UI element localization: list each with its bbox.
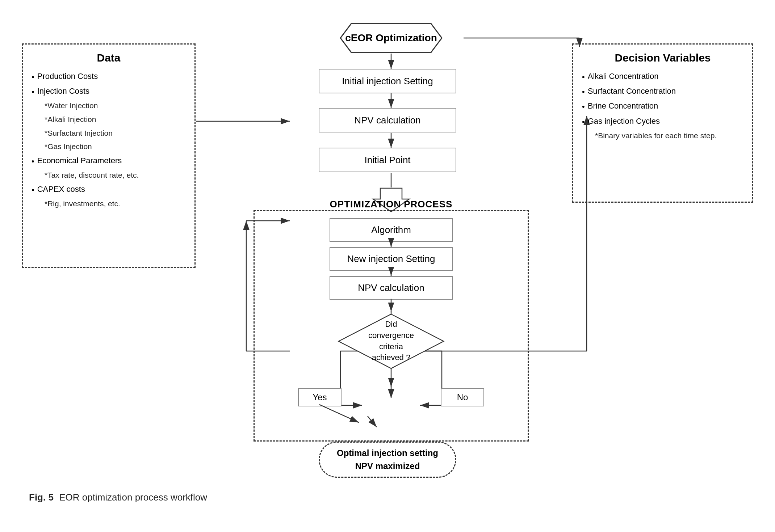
data-item-capex: • CAPEX costs: [32, 183, 186, 196]
data-item-economical: • Economical Parameters: [32, 154, 186, 168]
data-capex-label: CAPEX costs: [37, 183, 85, 195]
caption-text: EOR optimization process workflow: [59, 492, 207, 503]
data-injection-surfactant: *Surfactant Injection: [32, 127, 186, 139]
gas-injection-label: *Gas Injection: [32, 140, 92, 153]
data-injection-water: *Water Injection: [32, 100, 186, 112]
water-injection-label: *Water Injection: [32, 100, 98, 112]
data-box-list: • Production Costs • Injection Costs *Wa…: [32, 70, 186, 210]
capex-sub-label: *Rig, investments, etc.: [32, 198, 120, 210]
algorithm-box: Algorithm: [330, 218, 453, 242]
data-injection-gas: *Gas Injection: [32, 140, 186, 153]
bullet-dv-2: •: [582, 85, 585, 98]
decision-box-title: Decision Variables: [582, 52, 743, 64]
bullet-dv-1: •: [582, 71, 585, 83]
npv-calc-2-label: NPV calculation: [358, 282, 424, 294]
no-box: No: [441, 388, 484, 406]
yes-box: Yes: [298, 388, 342, 406]
initial-point-box: Initial Point: [319, 148, 456, 172]
npv-calc-1-label: NPV calculation: [354, 115, 421, 126]
bullet-dv-4: •: [582, 115, 585, 128]
data-economical-sub: *Tax rate, discount rate, etc.: [32, 169, 186, 181]
optimal-result-ellipse: Optimal injection setting NPV maximized: [319, 442, 456, 478]
opt-process-label: OPTIMIZATION PROCESS: [330, 199, 453, 210]
data-capex-sub: *Rig, investments, etc.: [32, 198, 186, 210]
yes-label: Yes: [313, 392, 327, 402]
brine-conc-label: Brine Concentration: [588, 100, 658, 112]
decision-box-list: • Alkali Concentration • Surfactant Conc…: [582, 70, 743, 142]
data-injection-alkali: *Alkali Injection: [32, 113, 186, 126]
alkali-conc-label: Alkali Concentration: [588, 70, 659, 83]
optimization-process-box: OPTIMIZATION PROCESS Algorithm New injec…: [254, 210, 529, 442]
gas-cycles-label: Gas injection Cycles: [588, 115, 660, 127]
data-box-title: Data: [32, 52, 186, 64]
optimal-label: Optimal injection setting NPV maximized: [337, 447, 438, 473]
decision-gas-sub: *Binary variables for each time step.: [582, 130, 743, 142]
data-production-label: Production Costs: [37, 70, 98, 83]
initial-injection-box: Initial injection Setting: [319, 69, 456, 93]
bullet-icon-4: •: [32, 183, 34, 196]
svg-marker-26: [340, 24, 442, 52]
data-item-production: • Production Costs: [32, 70, 186, 83]
diagram-container: cEOR Optimization Initial injection Sett…: [14, 14, 761, 514]
surfactant-conc-label: Surfactant Concentration: [588, 85, 676, 97]
new-injection-label: New injection Setting: [347, 253, 435, 265]
alkali-injection-label: *Alkali Injection: [32, 113, 96, 126]
bullet-icon: •: [32, 71, 34, 83]
convergence-diamond: Did convergence criteria achieved ?: [337, 312, 445, 370]
decision-brine: • Brine Concentration: [582, 100, 743, 113]
data-item-injection: • Injection Costs: [32, 85, 186, 98]
convergence-label: Did convergence criteria achieved ?: [364, 319, 418, 363]
new-injection-box: New injection Setting: [330, 247, 453, 271]
svg-line-33: [319, 405, 359, 423]
bullet-icon-3: •: [32, 155, 34, 168]
decision-box: Decision Variables • Alkali Concentratio…: [572, 43, 753, 203]
decision-surfactant: • Surfactant Concentration: [582, 85, 743, 98]
decision-gas: • Gas injection Cycles: [582, 115, 743, 128]
surfactant-injection-label: *Surfactant Injection: [32, 127, 113, 139]
npv-calc-2-box: NPV calculation: [330, 276, 453, 300]
data-injection-label: Injection Costs: [37, 85, 89, 97]
decision-alkali: • Alkali Concentration: [582, 70, 743, 83]
no-label: No: [457, 392, 468, 402]
algorithm-label: Algorithm: [371, 224, 411, 236]
data-economical-label: Economical Parameters: [37, 154, 122, 167]
ceor-box: cEOR Optimization: [330, 22, 453, 54]
data-box: Data • Production Costs • Injection Cost…: [22, 43, 196, 268]
fig-label: Fig. 5: [29, 492, 54, 503]
bullet-icon-2: •: [32, 85, 34, 98]
npv-calc-1-box: NPV calculation: [319, 108, 456, 132]
initial-point-label: Initial Point: [364, 155, 410, 166]
caption: Fig. 5 EOR optimization process workflow: [29, 492, 207, 503]
economical-sub-label: *Tax rate, discount rate, etc.: [32, 169, 139, 181]
bullet-dv-3: •: [582, 100, 585, 113]
initial-injection-label: Initial injection Setting: [342, 76, 433, 87]
gas-cycles-sub-label: *Binary variables for each time step.: [582, 130, 717, 142]
